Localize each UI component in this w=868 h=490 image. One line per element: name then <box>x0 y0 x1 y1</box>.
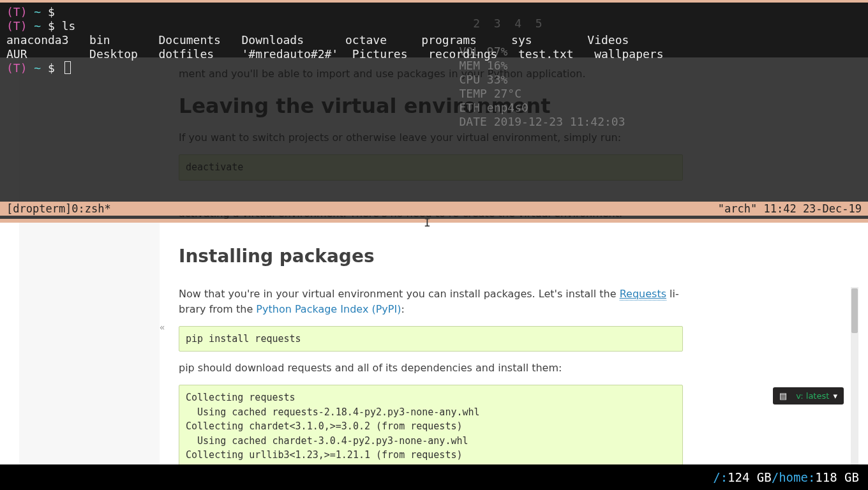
rtd-version-label: v: latest ▾ <box>796 391 837 401</box>
doc-paragraph: pip should download requests and all of … <box>179 360 683 376</box>
tmux-status-right: "arch" 11:42 23-Dec-19 <box>718 202 862 216</box>
ls-output-row: AUR Desktop dotfiles '#mredauto#2#' Pict… <box>6 47 862 61</box>
dropdown-terminal[interactable]: 2 3 4 5 VOL 97% MEM 16% CPU 33% TEMP 27°… <box>0 0 868 223</box>
text: : <box>401 303 404 315</box>
disk-root-value: 124 GB <box>728 470 772 484</box>
page-scrollbar[interactable] <box>851 287 858 490</box>
code-block-pip-install: pip install requests <box>179 326 683 352</box>
scrollbar-thumb[interactable] <box>851 288 858 333</box>
doc-paragraph: Now that you're in your virtual environm… <box>179 286 683 317</box>
terminal-cursor <box>64 61 71 74</box>
bottom-statusbar: /: 124 GB /home: 118 GB <box>0 464 868 490</box>
text: li- <box>666 288 679 300</box>
prompt-line: (T) ~ $ <box>6 5 862 19</box>
disk-home-label: /home: <box>772 470 816 484</box>
heading-installing-packages: Installing packages <box>179 243 683 270</box>
prompt-line: (T) ~ $ <box>6 61 862 75</box>
rtd-version-badge[interactable]: ▤ v: latest ▾ <box>773 387 844 405</box>
text: Now that you're in your virtual environm… <box>179 288 620 300</box>
caret-down-icon: ▾ <box>833 391 837 401</box>
book-icon: ▤ <box>779 391 787 401</box>
sidebar-collapse-icon[interactable]: « <box>160 322 165 332</box>
tmux-status-left: [dropterm]0:zsh* <box>6 202 111 216</box>
prompt-line: (T) ~ $ ls <box>6 19 862 33</box>
text: brary from the <box>179 303 256 315</box>
requests-link[interactable]: Requests <box>620 288 666 301</box>
disk-root-label: /: <box>713 470 728 484</box>
pypi-link[interactable]: Python Package Index (PyPI) <box>256 303 401 315</box>
tmux-statusbar: [dropterm]0:zsh* "arch" 11:42 23-Dec-19 <box>0 202 868 216</box>
text-cursor-icon: 𝙸 <box>424 216 431 229</box>
disk-home-value: 118 GB <box>815 470 859 484</box>
terminal-command: ls <box>62 19 76 33</box>
ls-output-row: anaconda3 bin Documents Downloads octave… <box>6 33 862 47</box>
terminal-body[interactable]: (T) ~ $ (T) ~ $ ls anaconda3 bin Documen… <box>0 3 868 199</box>
